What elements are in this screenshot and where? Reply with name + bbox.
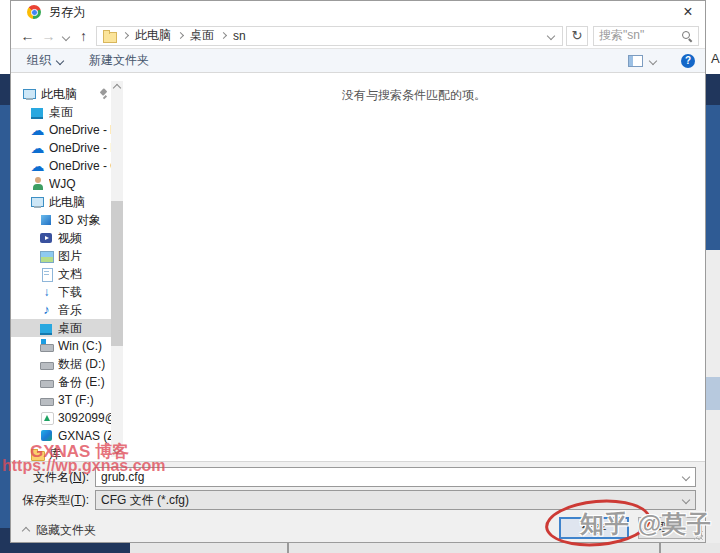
address-dropdown-chevron-icon[interactable] [547, 31, 555, 39]
picture-icon [39, 249, 54, 263]
netdrive-icon [39, 429, 54, 443]
up-button[interactable]: ↑ [73, 28, 94, 44]
chevron-down-icon [62, 32, 70, 40]
background-window-band [0, 543, 130, 553]
pin-icon [99, 88, 109, 101]
breadcrumb-item[interactable]: 桌面 [190, 27, 214, 44]
search-query: 搜索"sn" [599, 27, 644, 44]
sidebar-item-label: 桌面 [58, 320, 82, 337]
sidebar-item-label: WJQ [49, 177, 76, 191]
empty-search-message: 没有与搜索条件匹配的项。 [342, 88, 486, 102]
drive-icon [39, 375, 54, 389]
filetype-select[interactable]: CFG 文件 (*.cfg) [95, 490, 696, 510]
sidebar-item[interactable]: GXNAS (Z:) [11, 427, 111, 445]
command-bar-right: ? [628, 54, 695, 68]
sidebar-item[interactable]: 备份 (E:) [11, 373, 111, 391]
breadcrumb-item[interactable]: 此电脑 [135, 27, 171, 44]
breadcrumb-item[interactable]: sn [233, 29, 246, 43]
save-button[interactable]: 保存 [559, 517, 629, 539]
address-bar[interactable]: 此电脑桌面sn [96, 26, 563, 46]
dialog-body: 此电脑桌面☁OneDrive - kol☁OneDrive - Lo☁OneDr… [11, 73, 705, 463]
close-button[interactable]: × [674, 2, 702, 22]
sidebar-item[interactable]: 3T (F:) [11, 391, 111, 409]
back-button[interactable]: ← [17, 28, 38, 44]
sidebar-item[interactable]: 3D 对象 [11, 211, 111, 229]
view-dropdown-chevron-icon[interactable] [649, 56, 657, 64]
sidebar-item-label: 此电脑 [49, 194, 85, 211]
background-table-line [287, 543, 289, 553]
drive-icon [39, 393, 54, 407]
scroll-down-icon[interactable] [113, 446, 121, 454]
breadcrumb: 此电脑桌面sn [123, 27, 246, 44]
search-input[interactable]: 搜索"sn" [593, 26, 699, 46]
sidebar-item[interactable]: ☁OneDrive - Lo [11, 139, 111, 157]
save-as-dialog: 另存为 × ← → ↑ 此电脑桌面sn ↻ 搜索"sn" 组织 新建文件夹 ? [10, 0, 706, 543]
cloud-icon: ☁ [30, 123, 45, 137]
change-view-icon[interactable] [628, 55, 643, 67]
background-page-text: A [711, 51, 720, 66]
background-table-line [659, 543, 661, 553]
sidebar-item[interactable]: 此电脑 [11, 85, 111, 103]
sidebar-item-label: 桌面 [49, 104, 73, 121]
sidebar-item[interactable]: 桌面 [11, 319, 111, 337]
sidebar-scrollbar[interactable] [111, 81, 123, 457]
folder-icon [102, 29, 116, 43]
sidebar-item[interactable]: 图片 [11, 247, 111, 265]
scroll-up-icon[interactable] [113, 84, 121, 92]
sidebar-item-label: 下载 [58, 284, 82, 301]
computer-icon [30, 195, 45, 209]
cube-icon [39, 213, 54, 227]
hide-folders-button[interactable]: 隐藏文件夹 [23, 522, 96, 539]
filetype-value: CFG 文件 (*.cfg) [101, 492, 189, 509]
cloud-icon: ☁ [30, 141, 45, 155]
sidebar-item-label: 3092099@gm [58, 411, 111, 425]
sidebar-item[interactable]: 3092099@gm [11, 409, 111, 427]
hide-folders-label: 隐藏文件夹 [36, 522, 96, 539]
sidebar-item[interactable]: 数据 (D:) [11, 355, 111, 373]
filename-input[interactable]: grub.cfg [95, 467, 696, 487]
forward-button[interactable]: → [38, 28, 59, 44]
cloud-icon: ☁ [30, 159, 45, 173]
computer-icon [22, 87, 37, 101]
sidebar-item[interactable]: Win (C:) [11, 337, 111, 355]
sidebar-item[interactable]: WJQ [11, 175, 111, 193]
background-window-band [706, 105, 720, 250]
sidebar-list: 此电脑桌面☁OneDrive - kol☁OneDrive - Lo☁OneDr… [11, 85, 111, 463]
sidebar-item-label: Win (C:) [58, 339, 102, 353]
sidebar-item-label: 备份 (E:) [58, 374, 105, 391]
sidebar-item[interactable]: ♪音乐 [11, 301, 111, 319]
organize-menu-button[interactable]: 组织 [21, 52, 69, 69]
chevron-down-icon[interactable] [682, 473, 690, 481]
sidebar-item-label: 文档 [58, 266, 82, 283]
download-icon: ↓ [39, 285, 54, 299]
command-bar: 组织 新建文件夹 ? [11, 49, 705, 73]
search-icon [681, 30, 693, 42]
title-bar: 另存为 [11, 1, 705, 23]
help-icon[interactable]: ? [681, 54, 695, 68]
document-icon [39, 267, 54, 281]
sidebar-item[interactable]: ☁OneDrive - kol [11, 121, 111, 139]
filename-label: 文件名(N): [11, 469, 95, 486]
resize-grip[interactable] [694, 531, 703, 540]
new-folder-button[interactable]: 新建文件夹 [83, 52, 155, 69]
background-window-band [706, 74, 720, 105]
sidebar-item-label: OneDrive - kol [49, 123, 111, 137]
chevron-down-icon[interactable] [682, 496, 690, 504]
chevron-right-icon [220, 32, 227, 39]
file-list-area: 没有与搜索条件匹配的项。 [123, 73, 705, 463]
dialog-footer: 文件名(N): grub.cfg 保存类型(T): CFG 文件 (*.cfg)… [11, 461, 705, 542]
history-dropdown-button[interactable] [59, 29, 73, 43]
sidebar-item[interactable]: 桌面 [11, 103, 111, 121]
background-window-band [0, 105, 10, 528]
navigation-pane: 此电脑桌面☁OneDrive - kol☁OneDrive - Lo☁OneDr… [11, 73, 123, 463]
filetype-row: 保存类型(T): CFG 文件 (*.cfg) [11, 490, 705, 510]
refresh-button[interactable]: ↻ [566, 26, 588, 46]
sidebar-item-label: OneDrive - Lo [49, 141, 111, 155]
cancel-button[interactable]: 取消 [638, 517, 702, 539]
sidebar-item[interactable]: 视频 [11, 229, 111, 247]
sidebar-item[interactable]: 此电脑 [11, 193, 111, 211]
sidebar-item[interactable]: ↓下载 [11, 283, 111, 301]
sidebar-item[interactable]: 文档 [11, 265, 111, 283]
sidebar-item[interactable]: ☁OneDrive - OB [11, 157, 111, 175]
scrollbar-thumb[interactable] [111, 201, 123, 346]
